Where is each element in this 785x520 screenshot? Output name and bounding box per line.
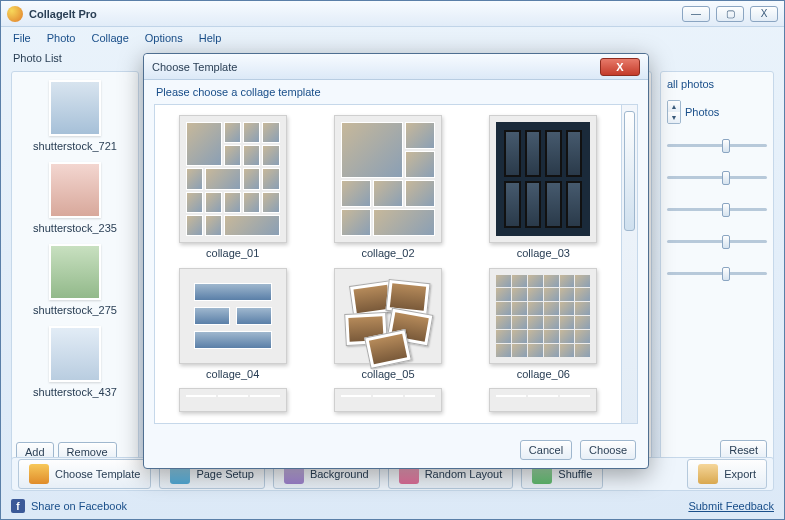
template-thumb bbox=[334, 268, 442, 364]
all-photos-row: all photos bbox=[667, 78, 767, 90]
template-label: collage_06 bbox=[517, 368, 570, 380]
share-facebook-link[interactable]: f Share on Facebook bbox=[11, 499, 127, 513]
maximize-button[interactable]: ▢ bbox=[716, 6, 744, 22]
menu-options[interactable]: Options bbox=[145, 32, 183, 44]
menu-photo[interactable]: Photo bbox=[47, 32, 76, 44]
shuffle-label: Shuffle bbox=[558, 468, 592, 480]
photo-label: shutterstock_437 bbox=[16, 386, 134, 398]
template-item[interactable]: collage_02 bbox=[324, 115, 451, 260]
cancel-button[interactable]: Cancel bbox=[520, 440, 572, 460]
background-label: Background bbox=[310, 468, 369, 480]
choose-template-label: Choose Template bbox=[55, 468, 140, 480]
photo-thumb[interactable] bbox=[49, 80, 101, 136]
template-item[interactable]: collage_01 bbox=[169, 115, 296, 260]
template-thumb bbox=[179, 268, 287, 364]
page-setup-label: Page Setup bbox=[196, 468, 254, 480]
template-grid: collage_01 collage_02 bbox=[155, 105, 621, 423]
minimize-button[interactable]: — bbox=[682, 6, 710, 22]
slider-knob[interactable] bbox=[722, 139, 730, 153]
menubar: File Photo Collage Options Help bbox=[1, 27, 784, 49]
titlebar: CollageIt Pro — ▢ X bbox=[1, 1, 784, 27]
slider-2[interactable] bbox=[667, 176, 767, 179]
stepper-up-icon[interactable]: ▲ bbox=[668, 101, 680, 112]
slider-5[interactable] bbox=[667, 272, 767, 275]
template-label: collage_03 bbox=[517, 247, 570, 259]
slider-knob[interactable] bbox=[722, 203, 730, 217]
template-item[interactable] bbox=[480, 388, 607, 413]
template-item[interactable]: collage_06 bbox=[480, 268, 607, 381]
dialog-titlebar: Choose Template X bbox=[144, 54, 648, 80]
dialog-footer: Cancel Choose bbox=[144, 432, 648, 468]
template-item[interactable]: collage_05 bbox=[324, 268, 451, 381]
choose-template-dialog: Choose Template X Please choose a collag… bbox=[143, 53, 649, 469]
template-label: collage_02 bbox=[361, 247, 414, 259]
menu-file[interactable]: File bbox=[13, 32, 31, 44]
random-layout-label: Random Layout bbox=[425, 468, 503, 480]
scrollbar-thumb[interactable] bbox=[624, 111, 635, 231]
submit-feedback-link[interactable]: Submit Feedback bbox=[688, 500, 774, 512]
photos-stepper-row: ▲ ▼ Photos bbox=[667, 100, 767, 124]
dialog-scrollbar[interactable] bbox=[621, 105, 637, 423]
template-thumb bbox=[489, 388, 597, 412]
app-icon bbox=[7, 6, 23, 22]
export-label: Export bbox=[724, 468, 756, 480]
main-window: CollageIt Pro — ▢ X File Photo Collage O… bbox=[0, 0, 785, 520]
template-icon bbox=[29, 464, 49, 484]
export-button[interactable]: Export bbox=[687, 459, 767, 489]
template-thumb bbox=[334, 388, 442, 412]
template-label: collage_04 bbox=[206, 368, 259, 380]
template-item[interactable]: collage_03 bbox=[480, 115, 607, 260]
slider-knob[interactable] bbox=[722, 235, 730, 249]
photos-stepper[interactable]: ▲ ▼ bbox=[667, 100, 681, 124]
photo-list-panel: shutterstock_721 shutterstock_235 shutte… bbox=[11, 71, 139, 467]
share-label: Share on Facebook bbox=[31, 500, 127, 512]
choose-template-button[interactable]: Choose Template bbox=[18, 459, 151, 489]
close-button[interactable]: X bbox=[750, 6, 778, 22]
footer: f Share on Facebook Submit Feedback bbox=[11, 499, 774, 513]
menu-help[interactable]: Help bbox=[199, 32, 222, 44]
template-thumb bbox=[179, 115, 287, 243]
template-item[interactable] bbox=[169, 388, 296, 413]
template-label: collage_05 bbox=[361, 368, 414, 380]
photo-list-label: Photo List bbox=[13, 52, 62, 64]
photo-thumb[interactable] bbox=[49, 326, 101, 382]
dialog-body: collage_01 collage_02 bbox=[154, 104, 638, 424]
app-title: CollageIt Pro bbox=[29, 8, 682, 20]
dialog-subtitle: Please choose a collage template bbox=[144, 80, 648, 104]
slider-1[interactable] bbox=[667, 144, 767, 147]
template-item[interactable] bbox=[324, 388, 451, 413]
settings-panel: all photos ▲ ▼ Photos Reset bbox=[660, 71, 774, 467]
photo-label: shutterstock_235 bbox=[16, 222, 134, 234]
template-thumb bbox=[334, 115, 442, 243]
dialog-title: Choose Template bbox=[152, 61, 600, 73]
photo-thumb[interactable] bbox=[49, 162, 101, 218]
template-thumb bbox=[179, 388, 287, 412]
all-photos-label: all photos bbox=[667, 78, 714, 90]
slider-knob[interactable] bbox=[722, 267, 730, 281]
export-icon bbox=[698, 464, 718, 484]
template-thumb bbox=[489, 268, 597, 364]
dialog-close-button[interactable]: X bbox=[600, 58, 640, 76]
slider-4[interactable] bbox=[667, 240, 767, 243]
template-thumb bbox=[489, 115, 597, 243]
choose-button[interactable]: Choose bbox=[580, 440, 636, 460]
template-label: collage_01 bbox=[206, 247, 259, 259]
facebook-icon: f bbox=[11, 499, 25, 513]
photo-thumb[interactable] bbox=[49, 244, 101, 300]
menu-collage[interactable]: Collage bbox=[91, 32, 128, 44]
stepper-down-icon[interactable]: ▼ bbox=[668, 112, 680, 123]
photos-label: Photos bbox=[685, 106, 719, 118]
slider-knob[interactable] bbox=[722, 171, 730, 185]
template-item[interactable]: collage_04 bbox=[169, 268, 296, 381]
photo-label: shutterstock_275 bbox=[16, 304, 134, 316]
photo-label: shutterstock_721 bbox=[16, 140, 134, 152]
slider-3[interactable] bbox=[667, 208, 767, 211]
